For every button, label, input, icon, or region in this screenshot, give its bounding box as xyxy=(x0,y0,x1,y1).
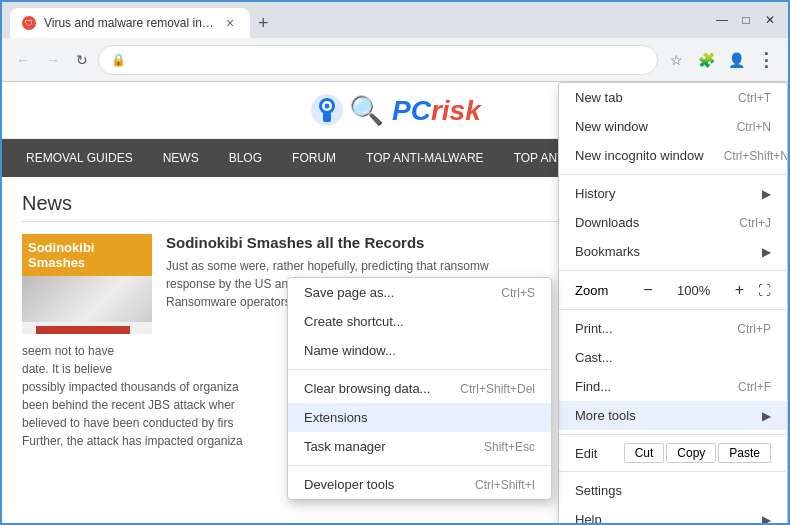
menu-item-more-tools[interactable]: More tools ▶ xyxy=(559,401,787,430)
bookmark-star-button[interactable]: ☆ xyxy=(662,46,690,74)
menu-item-history[interactable]: History ▶ xyxy=(559,179,787,208)
browser-frame: 🛡 Virus and malware removal instru... × … xyxy=(0,0,790,525)
svg-point-3 xyxy=(325,104,330,109)
lock-icon: 🔒 xyxy=(111,53,126,67)
svg-rect-4 xyxy=(323,112,331,122)
cut-button[interactable]: Cut xyxy=(624,443,665,463)
tab-favicon: 🛡 xyxy=(22,16,36,30)
website-content: 🔍 PCrisk REMOVAL GUIDES NEWS BLOG FORUM … xyxy=(2,82,788,523)
zoom-value: 100% xyxy=(667,283,721,298)
tab-title: Virus and malware removal instru... xyxy=(44,16,214,30)
tab-area: 🛡 Virus and malware removal instru... × … xyxy=(10,2,708,38)
thumb-bar-1 xyxy=(36,326,130,334)
submenu-name-window[interactable]: Name window... xyxy=(288,336,551,365)
copy-button[interactable]: Copy xyxy=(666,443,716,463)
minimize-button[interactable]: — xyxy=(712,10,732,30)
zoom-fullscreen-button[interactable]: ⛶ xyxy=(758,283,771,298)
title-bar: 🛡 Virus and malware removal instru... × … xyxy=(2,2,788,38)
address-bar: ← → ↻ 🔒 ☆ 🧩 👤 ⋮ xyxy=(2,38,788,82)
reload-button[interactable]: ↻ xyxy=(70,46,94,74)
thumb-image xyxy=(22,276,152,322)
forward-button[interactable]: → xyxy=(40,46,66,74)
submenu-extensions[interactable]: Extensions xyxy=(288,403,551,432)
menu-item-incognito[interactable]: New incognito window Ctrl+Shift+N xyxy=(559,141,787,170)
nav-item-removal[interactable]: REMOVAL GUIDES xyxy=(12,143,147,173)
active-tab[interactable]: 🛡 Virus and malware removal instru... × xyxy=(10,8,250,38)
news-thumbnail: Sodinokibi Smashes Your xyxy=(22,234,152,334)
menu-item-print[interactable]: Print... Ctrl+P xyxy=(559,314,787,343)
extension-button[interactable]: 🧩 xyxy=(692,46,720,74)
nav-item-news[interactable]: NEWS xyxy=(149,143,213,173)
back-button[interactable]: ← xyxy=(10,46,36,74)
nav-item-blog[interactable]: BLOG xyxy=(215,143,276,173)
menu-item-find[interactable]: Find... Ctrl+F xyxy=(559,372,787,401)
submenu-task-manager[interactable]: Task manager Shift+Esc xyxy=(288,432,551,461)
menu-item-zoom: Zoom − 100% + ⛶ xyxy=(559,275,787,305)
more-tools-submenu: Save page as... Ctrl+S Create shortcut..… xyxy=(287,277,552,500)
maximize-button[interactable]: □ xyxy=(736,10,756,30)
menu-item-bookmarks[interactable]: Bookmarks ▶ xyxy=(559,237,787,266)
menu-item-help[interactable]: Help ▶ xyxy=(559,505,787,523)
profile-button[interactable]: 👤 xyxy=(722,46,750,74)
thumb-caption: Sodinokibi Smashes xyxy=(22,234,152,276)
toolbar-icons: ☆ 🧩 👤 ⋮ xyxy=(662,46,780,74)
submenu-sep-2 xyxy=(288,465,551,466)
menu-item-cast[interactable]: Cast... xyxy=(559,343,787,372)
menu-item-settings[interactable]: Settings xyxy=(559,476,787,505)
submenu-clear-browsing[interactable]: Clear browsing data... Ctrl+Shift+Del xyxy=(288,374,551,403)
menu-item-edit: Edit Cut Copy Paste xyxy=(559,439,787,467)
menu-sep-1 xyxy=(559,174,787,175)
site-logo: 🔍 PCrisk xyxy=(309,92,481,128)
chrome-menu: New tab Ctrl+T New window Ctrl+N New inc… xyxy=(558,82,788,523)
menu-sep-2 xyxy=(559,270,787,271)
submenu-create-shortcut[interactable]: Create shortcut... xyxy=(288,307,551,336)
url-bar[interactable]: 🔒 xyxy=(98,45,658,75)
zoom-minus-button[interactable]: − xyxy=(637,279,658,301)
window-controls: — □ ✕ xyxy=(712,10,780,30)
submenu-save-page[interactable]: Save page as... Ctrl+S xyxy=(288,278,551,307)
submenu-devtools[interactable]: Developer tools Ctrl+Shift+I xyxy=(288,470,551,499)
menu-item-downloads[interactable]: Downloads Ctrl+J xyxy=(559,208,787,237)
menu-item-new-tab[interactable]: New tab Ctrl+T xyxy=(559,83,787,112)
nav-item-antimalware[interactable]: TOP ANTI-MALWARE xyxy=(352,143,498,173)
menu-sep-3 xyxy=(559,309,787,310)
menu-sep-4 xyxy=(559,434,787,435)
menu-item-new-window[interactable]: New window Ctrl+N xyxy=(559,112,787,141)
new-tab-button[interactable]: + xyxy=(250,9,277,38)
submenu-sep-1 xyxy=(288,369,551,370)
logo-text: 🔍 PCrisk xyxy=(349,94,481,127)
logo-icon xyxy=(309,92,345,128)
menu-sep-5 xyxy=(559,471,787,472)
close-button[interactable]: ✕ xyxy=(760,10,780,30)
paste-button[interactable]: Paste xyxy=(718,443,771,463)
zoom-plus-button[interactable]: + xyxy=(729,279,750,301)
tab-close-button[interactable]: × xyxy=(222,15,238,31)
nav-item-forum[interactable]: FORUM xyxy=(278,143,350,173)
chrome-menu-button[interactable]: ⋮ xyxy=(752,46,780,74)
